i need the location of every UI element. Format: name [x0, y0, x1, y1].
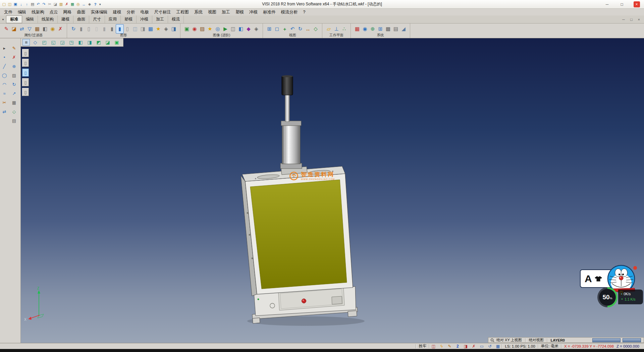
attribute-swap-icon[interactable]: ⇄: [18, 25, 25, 33]
menu-electrode[interactable]: 电极: [138, 9, 152, 15]
view-axon1-icon[interactable]: ◩: [95, 39, 102, 46]
copy-icon[interactable]: ◪: [53, 2, 58, 7]
menu-pointcloud[interactable]: 点云: [47, 9, 61, 15]
view-axon2-icon[interactable]: ◪: [104, 39, 111, 46]
layers-icon[interactable]: ▦: [70, 2, 75, 7]
redo-icon[interactable]: ↷: [41, 2, 47, 7]
undo-icon[interactable]: ↶: [36, 2, 41, 7]
menu-analysis[interactable]: 分析: [124, 9, 138, 15]
menu-mesh[interactable]: 网格: [61, 9, 74, 15]
screen-icon[interactable]: ▭: [479, 344, 484, 349]
view-previous-icon[interactable]: ↶: [289, 25, 296, 33]
tab-surface[interactable]: 曲面: [73, 15, 89, 23]
hidden-line-icon[interactable]: ▯: [93, 25, 100, 33]
erase-icon[interactable]: ✗: [11, 54, 17, 60]
workplane-icon[interactable]: ▱: [325, 25, 332, 33]
trim-icon[interactable]: ✂: [1, 99, 7, 105]
olive-panel[interactable]: [250, 180, 347, 289]
scale-icon[interactable]: ↗: [11, 90, 17, 96]
select-icon[interactable]: ▸: [1, 45, 7, 51]
absolute-view-label[interactable]: 绝对视图: [529, 338, 544, 343]
shaded-edges-icon[interactable]: ▮: [108, 25, 116, 33]
new-file-icon[interactable]: ▢: [1, 2, 7, 7]
display-list-icon[interactable]: ≡: [22, 39, 30, 46]
globe-icon[interactable]: ⊕: [369, 25, 376, 33]
spreadsheet-icon[interactable]: ⊞: [377, 25, 384, 33]
zoom-in-icon[interactable]: +: [281, 25, 288, 33]
wireframe-display-icon[interactable]: ▯: [85, 25, 93, 33]
animation-icon[interactable]: ▶: [222, 25, 229, 33]
view-perspective-icon[interactable]: ◇: [312, 25, 319, 33]
select-color-icon[interactable]: ◉: [49, 25, 56, 33]
red-button[interactable]: [302, 299, 306, 303]
camera-icon[interactable]: ◎: [214, 25, 221, 33]
taskbar-strip[interactable]: [0, 349, 644, 352]
tab-modeling[interactable]: 建模: [58, 15, 73, 23]
side-tool-button-1[interactable]: ▯: [22, 49, 29, 57]
refresh-icon[interactable]: ↺: [487, 344, 492, 349]
layer-color-bar-2[interactable]: [623, 338, 641, 342]
render-settings-icon[interactable]: ◈: [162, 25, 170, 33]
view-rotate-icon[interactable]: ↻: [297, 25, 304, 33]
menu-surface[interactable]: 曲面: [74, 9, 88, 15]
side-tool-button-2[interactable]: ▯: [22, 59, 29, 67]
advanced-settings-icon[interactable]: ◈: [253, 25, 260, 33]
view-bottom-icon[interactable]: ◨: [86, 39, 93, 46]
menu-file[interactable]: 文件: [1, 9, 15, 15]
light-icon[interactable]: ★: [155, 25, 162, 33]
background-icon[interactable]: ◨: [170, 25, 177, 33]
tab-machining[interactable]: 加工: [152, 15, 168, 23]
sketch-icon[interactable]: ✎: [11, 45, 17, 51]
properties-icon[interactable]: ▤: [11, 118, 17, 124]
tab-die[interactable]: 冲模: [137, 15, 152, 23]
tab-flow[interactable]: 模流: [168, 15, 184, 23]
tab-edit[interactable]: 编辑: [22, 15, 38, 23]
side-tool-button-4[interactable]: ▯: [22, 78, 29, 86]
menu-machining[interactable]: 加工: [219, 9, 233, 15]
settings-icon[interactable]: ◈: [87, 2, 92, 7]
tab-standard[interactable]: 标准: [6, 15, 22, 23]
zoom-fit-icon[interactable]: ⊞: [266, 25, 273, 33]
menu-modeling[interactable]: 建模: [110, 9, 124, 15]
menu-standard-parts[interactable]: 标准件: [260, 9, 278, 15]
workplane-3point-icon[interactable]: ∴: [340, 25, 348, 33]
workplane-normal-icon[interactable]: ⊥: [333, 25, 340, 33]
material-icon[interactable]: ◉: [191, 25, 198, 33]
regen-icon[interactable]: ↻: [70, 25, 77, 33]
swap-view-icon[interactable]: ◨: [463, 344, 468, 349]
side-tool-button-5[interactable]: ▯: [22, 88, 29, 96]
tab-wireframe[interactable]: 线架构: [38, 15, 58, 23]
menu-drawing[interactable]: 工程图: [174, 9, 192, 15]
print-icon[interactable]: ▤: [30, 2, 35, 7]
mask-icon[interactable]: ◧: [41, 25, 49, 33]
delete-icon[interactable]: ✗: [64, 2, 69, 7]
attribute-paint-icon[interactable]: ✎: [3, 25, 10, 33]
menu-die[interactable]: 冲模: [247, 9, 260, 15]
line-icon[interactable]: ╱: [1, 63, 7, 69]
doraemon-overlay[interactable]: A: [574, 263, 644, 310]
help-2-icon[interactable]: 2: [455, 344, 460, 349]
view-iso-icon[interactable]: ◇: [32, 39, 39, 46]
save-file-icon[interactable]: ▣: [13, 2, 18, 7]
cut-icon[interactable]: ✂: [47, 2, 52, 7]
pneumatic-cylinder[interactable]: [280, 75, 307, 175]
view-shaded-icon[interactable]: ▣: [113, 39, 120, 46]
ramp-icon[interactable]: ◢: [400, 25, 407, 33]
viewport-canvas[interactable]: Z X: [21, 38, 644, 343]
menu-wireframe[interactable]: 线架构: [29, 9, 47, 15]
filter-icon[interactable]: ▽: [26, 25, 33, 33]
mirror-icon[interactable]: ⇄: [1, 108, 7, 115]
view-mode-label[interactable]: 绝对 XY 上视图: [496, 338, 522, 343]
snap-icon[interactable]: ◎: [75, 2, 81, 7]
toolbar-options-dropdown-icon[interactable]: ▾: [98, 3, 102, 6]
snapshot-icon[interactable]: ◫: [229, 25, 237, 33]
section-view-icon[interactable]: ◨: [139, 25, 147, 33]
layer-color-bar-1[interactable]: [592, 338, 621, 342]
tab-list-dropdown-icon[interactable]: ▾: [0, 18, 6, 21]
menu-help[interactable]: ?: [301, 10, 308, 14]
help-icon[interactable]: ?: [93, 2, 98, 7]
menu-system[interactable]: 系统: [192, 9, 205, 15]
grid-display-icon[interactable]: ▦: [147, 25, 154, 33]
mdi-restore-button[interactable]: □: [630, 17, 633, 21]
menu-edit[interactable]: 编辑: [15, 9, 29, 15]
